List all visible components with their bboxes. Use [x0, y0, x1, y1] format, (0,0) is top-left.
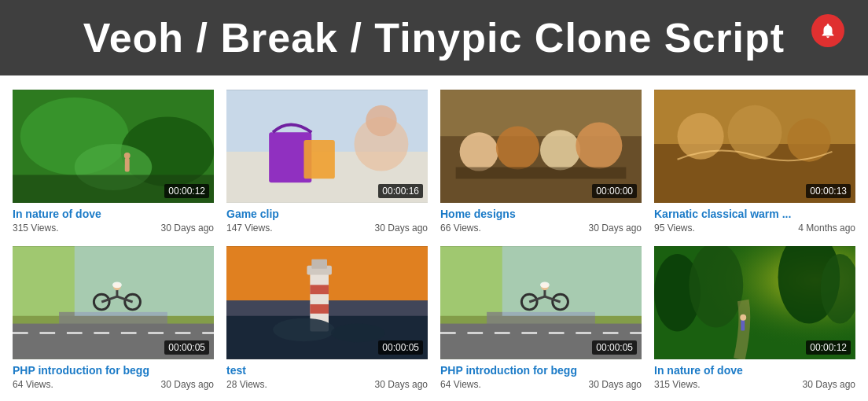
svg-rect-45 — [310, 304, 329, 314]
svg-rect-67 — [741, 320, 745, 331]
thumbnail-wrapper: 00:00:00 — [440, 90, 642, 203]
svg-point-15 — [460, 132, 498, 171]
video-meta: 95 Views. 4 Months ago — [654, 223, 855, 234]
video-card[interactable]: 00:00:00 Home designs 66 Views. 30 Days … — [434, 83, 648, 240]
thumbnail-wrapper: 00:00:05 — [13, 246, 214, 359]
svg-rect-44 — [310, 285, 329, 294]
svg-point-47 — [331, 324, 385, 343]
video-title[interactable]: PHP introduction for begg — [13, 364, 214, 377]
svg-rect-43 — [311, 259, 327, 269]
view-count: 315 Views. — [13, 223, 58, 234]
view-count: 315 Views. — [654, 379, 700, 390]
thumbnail-wrapper: 00:00:12 — [654, 246, 855, 359]
video-meta: 66 Views. 30 Days ago — [440, 223, 642, 234]
svg-point-37 — [112, 281, 122, 288]
svg-rect-5 — [125, 158, 130, 172]
video-age: 30 Days ago — [803, 379, 855, 390]
video-title[interactable]: Game clip — [226, 208, 428, 220]
video-card[interactable]: 00:00:13 Karnatic classical warm ... 95 … — [648, 83, 862, 240]
duration-badge: 00:00:12 — [806, 340, 851, 355]
svg-point-46 — [273, 318, 335, 342]
video-age: 30 Days ago — [589, 379, 642, 390]
video-meta: 315 Views. 30 Days ago — [13, 223, 214, 234]
view-count: 28 Views. — [226, 379, 267, 390]
svg-point-60 — [540, 281, 550, 288]
video-age: 30 Days ago — [375, 223, 428, 234]
view-count: 147 Views. — [226, 223, 272, 234]
video-card[interactable]: 00:00:05 PHP introduction for begg 64 Vi… — [6, 240, 220, 396]
video-meta: 64 Views. 30 Days ago — [440, 379, 642, 390]
svg-point-17 — [540, 130, 580, 170]
video-meta: 315 Views. 30 Days ago — [654, 379, 855, 390]
video-card[interactable]: 00:00:05 test 28 Views. 30 Days ago — [220, 240, 434, 396]
svg-point-68 — [740, 315, 746, 321]
svg-point-18 — [576, 122, 622, 168]
svg-point-12 — [366, 105, 396, 136]
video-meta: 28 Views. 30 Days ago — [226, 379, 428, 390]
svg-point-6 — [124, 153, 131, 159]
video-meta: 64 Views. 30 Days ago — [13, 379, 214, 390]
duration-badge: 00:00:05 — [592, 340, 637, 355]
duration-badge: 00:00:12 — [164, 184, 209, 198]
duration-badge: 00:00:13 — [806, 184, 851, 198]
view-count: 66 Views. — [440, 223, 481, 234]
thumbnail-wrapper: 00:00:16 — [226, 90, 428, 203]
thumbnail-wrapper: 00:00:05 — [440, 246, 642, 359]
video-age: 30 Days ago — [375, 379, 428, 390]
video-grid: 00:00:12 In nature of dove 315 Views. 30… — [0, 75, 868, 401]
video-title[interactable]: Home designs — [440, 208, 642, 220]
video-card[interactable]: 00:00:12 In nature of dove 315 Views. 30… — [648, 240, 862, 396]
video-age: 30 Days ago — [161, 223, 214, 234]
duration-badge: 00:00:05 — [164, 340, 209, 355]
header: Veoh / Break / Tinypic Clone Script — [0, 0, 868, 75]
thumbnail-wrapper: 00:00:12 — [13, 90, 214, 203]
video-age: 30 Days ago — [161, 379, 214, 390]
view-count: 95 Views. — [654, 223, 695, 234]
svg-rect-19 — [456, 167, 627, 179]
video-title[interactable]: PHP introduction for begg — [440, 364, 642, 377]
view-count: 64 Views. — [13, 379, 53, 390]
notification-icon[interactable] — [811, 14, 844, 47]
svg-point-64 — [689, 246, 743, 328]
video-card[interactable]: 00:00:05 PHP introduction for begg 64 Vi… — [434, 240, 648, 396]
video-title[interactable]: In nature of dove — [654, 364, 855, 377]
video-title[interactable]: test — [226, 364, 428, 377]
svg-rect-10 — [303, 140, 334, 178]
video-title[interactable]: Karnatic classical warm ... — [654, 208, 855, 220]
video-age: 4 Months ago — [798, 223, 855, 234]
duration-badge: 00:00:05 — [378, 340, 423, 355]
thumbnail-wrapper: 00:00:05 — [226, 246, 428, 359]
video-age: 30 Days ago — [589, 223, 642, 234]
video-meta: 147 Views. 30 Days ago — [226, 223, 428, 234]
thumbnail-wrapper: 00:00:13 — [654, 90, 855, 203]
svg-point-16 — [496, 126, 539, 169]
video-card[interactable]: 00:00:12 In nature of dove 315 Views. 30… — [6, 83, 220, 240]
site-title: Veoh / Break / Tinypic Clone Script — [0, 14, 868, 61]
video-card[interactable]: 00:00:16 Game clip 147 Views. 30 Days ag… — [220, 83, 434, 240]
view-count: 64 Views. — [440, 379, 481, 390]
duration-badge: 00:00:16 — [378, 184, 423, 198]
video-title[interactable]: In nature of dove — [13, 208, 214, 220]
duration-badge: 00:00:00 — [592, 184, 637, 198]
